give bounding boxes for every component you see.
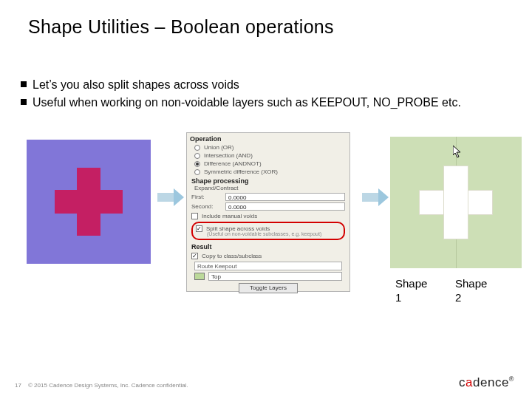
cross-vertical bbox=[77, 168, 100, 236]
shape-2-text: Shape 2 bbox=[455, 277, 487, 305]
arrow-right-icon bbox=[157, 193, 175, 202]
arrow-right-icon bbox=[362, 193, 380, 202]
radio-intersection[interactable]: Intersection (AND) bbox=[194, 152, 342, 159]
crimson-cross-icon bbox=[55, 168, 123, 236]
void-cross-icon bbox=[419, 166, 493, 239]
cross-vertical bbox=[443, 166, 468, 239]
radio-label: Difference (ANDNOT) bbox=[204, 160, 262, 167]
slide-title: Shape Utilities – Boolean operations bbox=[28, 16, 334, 38]
second-row: Second: 0.0000 bbox=[191, 202, 345, 211]
radio-icon bbox=[194, 169, 200, 175]
bullet-item: Let’s you also split shapes across voids bbox=[21, 77, 501, 93]
shape-1-label: Shape 1 bbox=[395, 277, 427, 305]
registered-mark: ® bbox=[509, 375, 514, 383]
result-shape-panel bbox=[390, 137, 522, 268]
bullet-square-icon bbox=[21, 81, 27, 87]
checkbox-icon bbox=[191, 253, 198, 259]
bullet-text: Useful when working on non-voidable laye… bbox=[33, 95, 501, 111]
first-row: First: 0.0000 bbox=[191, 193, 345, 201]
split-voids-sublabel: (Useful on non-voidable subclasses, e.g.… bbox=[207, 231, 341, 236]
copyright-text: © 2015 Cadence Design Systems, Inc. Cade… bbox=[28, 382, 188, 389]
bullet-item: Useful when working on non-voidable laye… bbox=[21, 95, 501, 111]
include-voids-row[interactable]: Include manual voids bbox=[191, 213, 345, 219]
copy-to-row[interactable]: Copy to class/subclass bbox=[191, 253, 345, 259]
radio-icon bbox=[194, 153, 200, 159]
illustration-area: Operation Union (OR) Intersection (AND) … bbox=[0, 129, 532, 336]
toggle-layers-button[interactable]: Toggle Layers bbox=[239, 283, 298, 293]
second-field[interactable]: 0.0000 bbox=[225, 202, 345, 211]
result-group-label: Result bbox=[191, 243, 345, 250]
first-field[interactable]: 0.0000 bbox=[225, 193, 345, 201]
subclass-field[interactable]: Top bbox=[208, 272, 342, 281]
shape-2-label: Shape 2 bbox=[455, 277, 487, 305]
subclass-row: Top bbox=[194, 272, 342, 281]
cadence-logo: cadence® bbox=[459, 375, 514, 390]
logo-c: c bbox=[459, 375, 466, 389]
bullet-text: Let’s you also split shapes across voids bbox=[33, 77, 501, 93]
split-voids-highlight: Split shape across voids (Useful on non-… bbox=[191, 222, 345, 240]
checkbox-icon bbox=[191, 213, 198, 219]
class-field[interactable]: Route Keepout bbox=[194, 262, 342, 270]
operation-radio-group: Union (OR) Intersection (AND) Difference… bbox=[194, 144, 342, 175]
radio-icon bbox=[194, 145, 200, 151]
radio-label: Union (OR) bbox=[204, 144, 233, 151]
logo-rest: dence bbox=[473, 375, 509, 389]
radio-icon bbox=[194, 161, 200, 167]
radio-label: Intersection (AND) bbox=[204, 152, 253, 159]
include-voids-label: Include manual voids bbox=[202, 213, 257, 219]
radio-label: Symmetric difference (XOR) bbox=[204, 168, 278, 175]
bullet-list: Let’s you also split shapes across voids… bbox=[21, 77, 501, 113]
boolean-options-dialog: Operation Union (OR) Intersection (AND) … bbox=[186, 132, 350, 292]
source-shape-panel bbox=[27, 140, 151, 264]
radio-difference[interactable]: Difference (ANDNOT) bbox=[194, 160, 342, 167]
slide: Shape Utilities – Boolean operations Let… bbox=[0, 0, 532, 399]
bullet-square-icon bbox=[21, 99, 27, 105]
operation-group-label: Operation bbox=[190, 135, 347, 143]
svg-marker-0 bbox=[453, 146, 460, 157]
copy-to-label: Copy to class/subclass bbox=[202, 253, 262, 259]
color-swatch-icon bbox=[194, 273, 205, 280]
checkbox-icon bbox=[196, 225, 202, 232]
shape-1-text: Shape 1 bbox=[395, 277, 427, 305]
second-label: Second: bbox=[191, 203, 221, 210]
footer: 17 © 2015 Cadence Design Systems, Inc. C… bbox=[0, 377, 532, 389]
radio-symmetric-difference[interactable]: Symmetric difference (XOR) bbox=[194, 168, 342, 175]
shape-processing-label: Shape processing bbox=[191, 177, 345, 185]
first-label: First: bbox=[191, 194, 221, 200]
radio-union[interactable]: Union (OR) bbox=[194, 144, 342, 151]
expand-contract-label: Expand/Contract bbox=[194, 185, 342, 191]
page-number: 17 bbox=[15, 382, 21, 389]
class-field-row: Route Keepout bbox=[194, 262, 342, 270]
logo-a: a bbox=[466, 375, 473, 389]
